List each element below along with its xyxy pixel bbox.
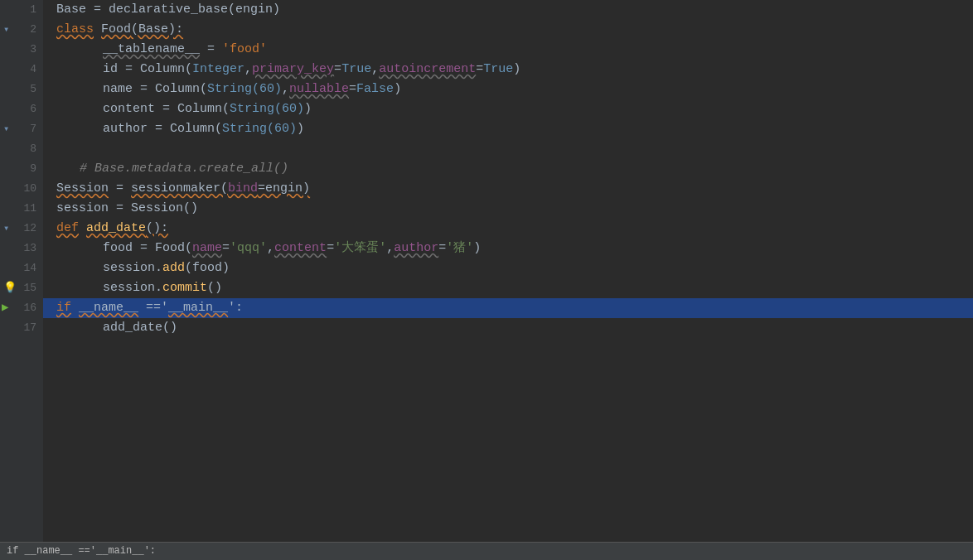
- token-primary-key: primary_key: [252, 60, 334, 79]
- code-line-16: if __name__ =='__main__':: [43, 298, 973, 318]
- token-false: False: [356, 80, 394, 99]
- token-session-upper: Session: [56, 179, 109, 198]
- token-column-author: Column(: [170, 119, 222, 138]
- token-str-pig: '猪': [446, 239, 473, 258]
- token-food-class-call: Food(: [155, 239, 192, 258]
- gutter-line-8: 8: [0, 139, 43, 159]
- token-food-lower: food: [103, 239, 133, 258]
- token-dunder-name: __name__: [79, 298, 138, 317]
- token-content-var: content: [103, 99, 155, 118]
- fold-arrow-7[interactable]: ▾: [3, 122, 9, 138]
- fold-arrow-12[interactable]: ▾: [3, 221, 9, 237]
- code-line-15: session.commit(): [43, 278, 973, 298]
- code-line-8: [43, 139, 973, 159]
- code-line-4: id = Column(Integer,primary_key=True,aut…: [43, 60, 973, 80]
- code-line-12: def add_date():: [43, 219, 973, 239]
- code-line-17: add_date(): [43, 318, 973, 338]
- code-line-9: # Base.metadata.create_all(): [43, 159, 973, 179]
- token-add-date-func: add_date: [86, 219, 146, 238]
- token-if-kw: if: [56, 298, 71, 317]
- gutter-line-16[interactable]: ▶ 16: [0, 298, 43, 318]
- token-column-name: Column(: [155, 80, 207, 99]
- code-line-6: content = Column(String(60)): [43, 99, 973, 119]
- token-comment: # Base.metadata.create_all(): [80, 159, 288, 178]
- token-commit-parens: (): [207, 278, 222, 297]
- code-content: Base = declarative_base(engin) class Foo…: [43, 0, 973, 560]
- token-name-var: name: [103, 80, 133, 99]
- code-line-1: Base = declarative_base(engin): [43, 0, 973, 20]
- token-add-method: add: [162, 258, 185, 278]
- token-session-add: session.: [103, 258, 162, 278]
- gutter-line-5: 5: [0, 80, 43, 99]
- token-true-1: True: [341, 60, 371, 79]
- code-line-7: author = Column(String(60)): [43, 119, 973, 139]
- gutter-line-2[interactable]: ▾ 2: [0, 20, 43, 40]
- token-true-2: True: [483, 60, 513, 79]
- token-str-cn: '大笨蛋': [334, 239, 386, 258]
- token-func-parens: ():: [146, 219, 168, 238]
- token-bind-param: bind: [228, 179, 258, 198]
- token-string-60-name: String(60): [207, 80, 282, 99]
- code-editor: 1 ▾ 2 3 4 5 6 ▾ 7 8 9 10 11 ▾ 12 13: [0, 0, 973, 560]
- token-sessionmaker: sessionmaker(: [131, 179, 228, 198]
- token-add-food-arg: (food): [185, 258, 230, 278]
- token-declarative-base: declarative_base(engin): [109, 0, 280, 19]
- token-id-var: id: [103, 60, 118, 79]
- token-str-food: 'food': [222, 40, 267, 59]
- run-arrow-16[interactable]: ▶: [2, 299, 8, 317]
- token-str-qqq: 'qqq': [230, 239, 267, 258]
- token-base-inherit: (Base):: [131, 20, 183, 39]
- token-column-id: Column(: [140, 60, 192, 79]
- line-numbers: 1 ▾ 2 3 4 5 6 ▾ 7 8 9 10 11 ▾ 12 13: [0, 0, 43, 560]
- token-food-class: Food: [101, 20, 131, 39]
- fold-arrow-2[interactable]: ▾: [3, 22, 9, 38]
- gutter-line-1: 1: [0, 0, 43, 20]
- gutter-line-7[interactable]: ▾ 7: [0, 119, 43, 139]
- token-author-param: author: [394, 239, 438, 258]
- code-line-3: __tablename__ = 'food': [43, 40, 973, 60]
- token-string-60-author: String(60): [222, 119, 297, 138]
- code-line-11: session = Session(): [43, 199, 973, 219]
- token-author-var: author: [103, 119, 148, 138]
- token-bind-engin: =engin): [258, 179, 310, 198]
- token-commit-method: commit: [162, 278, 207, 297]
- gutter-line-12[interactable]: ▾ 12: [0, 219, 43, 239]
- token-session-lower: session: [56, 199, 109, 218]
- gutter-line-14: 14: [0, 258, 43, 278]
- token-integer: Integer: [192, 60, 244, 79]
- token-main-str: __main__: [168, 298, 228, 317]
- code-line-2: class Food(Base):: [43, 20, 973, 40]
- token-name-param: name: [192, 239, 222, 258]
- code-line-5: name = Column(String(60),nullable=False): [43, 80, 973, 99]
- gutter-line-3: 3: [0, 40, 43, 60]
- gutter-line-6: 6: [0, 99, 43, 119]
- token-session-commit: session.: [103, 278, 162, 297]
- token-class-kw: class: [56, 20, 94, 39]
- token-content-param: content: [274, 239, 327, 258]
- status-bar: if __name__ =='__main__':: [0, 542, 973, 560]
- code-line-14: session.add(food): [43, 258, 973, 278]
- gutter-line-15[interactable]: 💡 15: [0, 278, 43, 298]
- bulb-icon-15[interactable]: 💡: [3, 280, 17, 297]
- gutter-line-10: 10: [0, 179, 43, 199]
- code-line-10: Session = sessionmaker(bind=engin): [43, 179, 973, 199]
- gutter-line-11: 11: [0, 199, 43, 219]
- token-autoincrement: autoincrement: [379, 60, 476, 79]
- token-add-date-call: add_date(): [103, 318, 177, 337]
- code-line-13: food = Food(name='qqq',content='大笨蛋',aut…: [43, 239, 973, 258]
- gutter-line-13: 13: [0, 239, 43, 258]
- gutter-line-4: 4: [0, 60, 43, 80]
- status-text: if __name__ =='__main__':: [7, 543, 156, 559]
- token-string-60-content: String(60): [230, 99, 304, 118]
- token-session-call: Session(): [131, 199, 198, 218]
- token-def-kw: def: [56, 219, 79, 238]
- token-base: Base: [56, 0, 86, 19]
- token-tablename: __tablename__: [103, 40, 200, 59]
- gutter-line-17: 17: [0, 318, 43, 338]
- token-nullable: nullable: [289, 80, 349, 99]
- token-column-content: Column(: [177, 99, 230, 118]
- gutter-line-9: 9: [0, 159, 43, 179]
